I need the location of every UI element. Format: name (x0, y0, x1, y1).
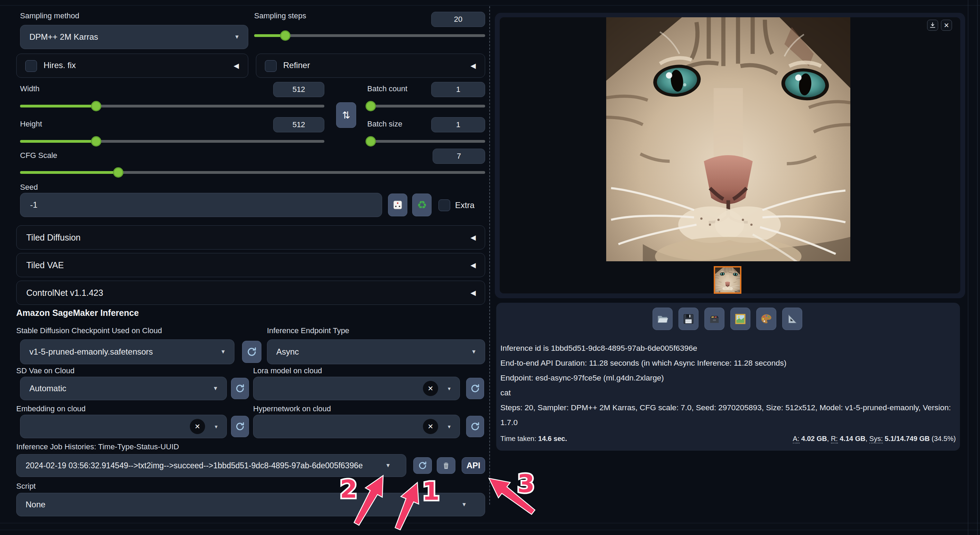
lora-label: Lora model on cloud (253, 366, 322, 375)
sampling-steps-label: Sampling steps (254, 11, 306, 21)
time-taken-value: 14.6 sec. (538, 435, 567, 442)
close-gallery-button[interactable]: ✕ (941, 20, 952, 31)
send-to-img2img-button[interactable] (730, 308, 750, 330)
clear-icon[interactable]: ✕ (190, 419, 205, 434)
send-to-inpaint-button[interactable] (756, 308, 776, 330)
sampling-steps-input[interactable] (431, 12, 485, 27)
close-icon: ✕ (944, 21, 949, 29)
hires-fix-checkbox[interactable] (25, 60, 37, 72)
refresh-icon (470, 421, 480, 432)
generated-image[interactable] (606, 17, 850, 261)
gallery-thumbnail-selected[interactable] (714, 266, 741, 294)
sagemaker-section-header: Amazon SageMaker Inference (16, 308, 138, 318)
random-seed-button[interactable] (388, 194, 407, 216)
tiled-diffusion-accordion[interactable]: Tiled Diffusion ◀ (16, 225, 485, 249)
embedding-multiselect[interactable]: ✕ ▾ (20, 415, 227, 438)
width-slider-handle[interactable] (91, 101, 101, 111)
refiner-label: Refiner (283, 60, 310, 70)
height-input[interactable] (273, 117, 325, 132)
collapse-left-icon[interactable]: ◀ (471, 62, 476, 70)
batch-count-input[interactable] (431, 82, 485, 97)
chevron-down-icon[interactable]: ▾ (448, 423, 450, 430)
api-button[interactable]: API (461, 457, 485, 474)
delete-job-history-button[interactable] (437, 457, 455, 474)
sd-vae-value: Automatic (21, 384, 67, 393)
batch-size-slider-handle[interactable] (366, 136, 376, 146)
refresh-icon (235, 383, 245, 394)
sampling-method-value: DPM++ 2M Karras (21, 32, 98, 42)
refresh-icon (235, 421, 245, 432)
annotation-arrow (489, 478, 535, 514)
extra-seed-checkbox[interactable] (439, 199, 450, 211)
chevron-down-icon: ▼ (385, 462, 391, 468)
collapse-left-icon[interactable]: ◀ (234, 62, 239, 70)
sampling-steps-slider-handle[interactable] (280, 30, 291, 41)
batch-count-slider-handle[interactable] (366, 101, 376, 111)
download-image-button[interactable] (927, 20, 938, 31)
batch-count-slider[interactable] (367, 105, 485, 108)
trash-icon (441, 461, 451, 470)
cfg-scale-input[interactable] (433, 149, 485, 164)
refiner-section[interactable]: Refiner ◀ (256, 54, 485, 78)
frame-icon (734, 313, 746, 325)
width-slider[interactable] (20, 105, 325, 108)
save-zip-button[interactable] (705, 308, 724, 330)
job-histories-dropdown[interactable]: 2024-02-19 03:56:32.914549-->txt2img-->s… (16, 454, 406, 477)
width-label: Width (20, 84, 40, 93)
controlnet-accordion[interactable]: ControlNet v1.1.423 ◀ (16, 281, 485, 305)
sampling-method-dropdown[interactable]: DPM++ 2M Karras ▼ (20, 25, 248, 49)
endpoint-type-value: Async (267, 347, 299, 357)
save-image-button[interactable] (678, 308, 698, 330)
job-histories-label: Inference Job Histories: Time-Type-Statu… (16, 442, 179, 451)
refresh-hypernetwork-button[interactable] (466, 416, 484, 437)
seed-input[interactable] (20, 193, 382, 217)
endpoint-line: Endpoint: esd-async-97fce5e (ml.g4dn.2xl… (500, 370, 958, 385)
tiled-diffusion-label: Tiled Diffusion (17, 233, 81, 243)
batch-size-slider[interactable] (367, 140, 485, 143)
send-to-extras-button[interactable] (782, 308, 802, 330)
clear-icon[interactable]: ✕ (423, 381, 438, 396)
cfg-scale-slider-handle[interactable] (113, 167, 123, 178)
lora-multiselect[interactable]: ✕ ▾ (253, 377, 460, 400)
script-dropdown[interactable]: None ▼ (16, 493, 485, 516)
width-input[interactable] (273, 82, 325, 97)
reuse-seed-button[interactable]: ♻ (412, 194, 431, 216)
controlnet-label: ControlNet v1.1.423 (17, 288, 103, 298)
api-duration-line: End-to-end API Duration: 11.28 seconds (… (500, 356, 958, 370)
sd-vae-dropdown[interactable]: Automatic ▼ (20, 377, 227, 400)
tiled-vae-accordion[interactable]: Tiled VAE ◀ (16, 253, 485, 277)
hypernetwork-multiselect[interactable]: ✕ ▾ (253, 415, 460, 438)
hires-fix-label: Hires. fix (44, 60, 76, 70)
cfg-scale-slider[interactable] (20, 171, 485, 174)
refresh-job-histories-button[interactable] (413, 457, 432, 474)
gallery-toolbar (652, 308, 802, 330)
chevron-down-icon[interactable]: ▾ (448, 385, 450, 392)
download-icon (929, 21, 936, 29)
endpoint-type-dropdown[interactable]: Async ▼ (267, 340, 485, 364)
checkpoint-label: Stable Diffusion Checkpoint Used on Clou… (16, 326, 162, 335)
height-slider[interactable] (20, 140, 325, 143)
clear-icon[interactable]: ✕ (423, 419, 438, 434)
refresh-icon (246, 346, 257, 357)
refresh-sd-vae-button[interactable] (231, 378, 249, 399)
sd-vae-label: SD Vae on Cloud (16, 366, 74, 375)
refiner-checkbox[interactable] (265, 60, 277, 72)
top-divider (0, 5, 980, 6)
checkpoint-dropdown[interactable]: v1-5-pruned-emaonly.safetensors ▼ (20, 340, 234, 364)
height-slider-handle[interactable] (91, 136, 101, 146)
refresh-lora-button[interactable] (466, 378, 484, 399)
chevron-down-icon: ▼ (471, 349, 477, 355)
batch-size-input[interactable] (431, 117, 485, 132)
open-folder-button[interactable] (652, 308, 673, 330)
window-edge (977, 0, 978, 535)
refresh-checkpoint-button[interactable] (242, 341, 261, 363)
bottom-divider (0, 530, 980, 530)
generation-params-line: Steps: 20, Sampler: DPM++ 2M Karras, CFG… (500, 400, 958, 430)
time-taken-label: Time taken: (500, 435, 536, 442)
chevron-down-icon[interactable]: ▾ (215, 423, 218, 430)
swap-width-height-button[interactable]: ⇅ (336, 102, 356, 128)
ruler-icon (786, 313, 799, 325)
refresh-embedding-button[interactable] (231, 416, 249, 437)
hires-fix-section[interactable]: Hires. fix ◀ (16, 54, 248, 78)
palette-icon (760, 313, 773, 325)
